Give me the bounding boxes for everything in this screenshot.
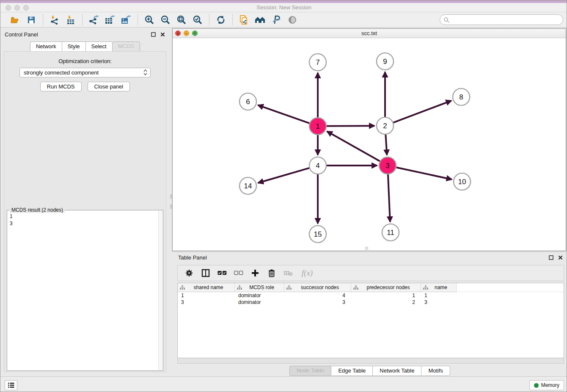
graph-node-label: 9 bbox=[383, 58, 387, 66]
graph-node-label: 1 bbox=[316, 122, 319, 130]
graph-edge-3-10[interactable] bbox=[396, 167, 452, 179]
tab-edge-table[interactable]: Edge Table bbox=[331, 366, 372, 376]
network-frame-titlebar[interactable]: x – + scc.txt bbox=[173, 29, 566, 38]
node-table[interactable]: shared nameMCDS rolesuccessor nodesprede… bbox=[177, 283, 564, 358]
graph-node-3[interactable]: 3 bbox=[379, 157, 396, 174]
graph-edge-1-6[interactable] bbox=[258, 105, 310, 123]
table-panel-title: Table Panel bbox=[178, 254, 207, 261]
graph-node-11[interactable]: 11 bbox=[382, 224, 399, 241]
tab-style[interactable]: Style bbox=[62, 41, 85, 52]
export-table-button[interactable] bbox=[105, 14, 116, 25]
open-session-button[interactable] bbox=[10, 14, 21, 25]
frame-resize-grip[interactable] bbox=[365, 247, 368, 250]
table-cell[interactable]: 3 bbox=[284, 299, 351, 306]
graph-node-4[interactable]: 4 bbox=[309, 157, 326, 174]
graph-node-14[interactable]: 14 bbox=[239, 177, 256, 194]
table-cell[interactable]: 1 bbox=[351, 292, 421, 299]
refresh-view-button[interactable] bbox=[215, 14, 226, 25]
network-canvas[interactable]: 7968124314101511 bbox=[173, 38, 566, 251]
run-mcds-button[interactable]: Run MCDS bbox=[40, 82, 82, 91]
close-panel-button[interactable]: Close panel bbox=[88, 82, 130, 91]
delete-table-button[interactable] bbox=[284, 268, 293, 278]
graph-node-label: 8 bbox=[459, 93, 463, 101]
table-settings-button[interactable] bbox=[184, 268, 194, 278]
delete-columns-button[interactable] bbox=[267, 268, 276, 278]
graph-node-label: 10 bbox=[458, 178, 466, 186]
clone-network-button[interactable] bbox=[239, 14, 250, 25]
graph-node-7[interactable]: 7 bbox=[309, 54, 326, 71]
export-image-button[interactable] bbox=[121, 14, 132, 25]
column-header-MCDS-role[interactable]: MCDS role bbox=[235, 283, 284, 292]
graph-edge-2-3[interactable] bbox=[385, 134, 387, 155]
float-panel-icon[interactable] bbox=[151, 32, 156, 37]
graph-node-label: 14 bbox=[244, 182, 252, 190]
task-history-button[interactable] bbox=[5, 380, 17, 390]
mcds-result-line: 1 bbox=[10, 213, 155, 220]
table-cell[interactable]: 4 bbox=[284, 292, 351, 299]
zoom-selected-button[interactable] bbox=[192, 14, 203, 25]
close-panel-icon[interactable] bbox=[160, 32, 165, 37]
graph-edge-3-11[interactable] bbox=[388, 174, 390, 222]
graph-edge-3-1[interactable] bbox=[327, 131, 380, 161]
first-neighbors-button[interactable] bbox=[255, 14, 266, 25]
table-cell[interactable]: 3 bbox=[178, 299, 235, 306]
import-table-button[interactable] bbox=[65, 14, 76, 25]
tab-node-table[interactable]: Node Table bbox=[289, 366, 331, 376]
table-cell[interactable]: dominator bbox=[235, 292, 284, 299]
graph-node-15[interactable]: 15 bbox=[309, 226, 326, 243]
column-header-successor-nodes[interactable]: successor nodes bbox=[284, 283, 351, 292]
table-row[interactable]: 3dominator323 bbox=[178, 299, 564, 306]
graph-node-9[interactable]: 9 bbox=[377, 53, 394, 70]
close-table-panel-icon[interactable] bbox=[558, 255, 563, 260]
table-cell[interactable]: 2 bbox=[351, 299, 421, 306]
float-table-panel-icon[interactable] bbox=[548, 255, 554, 260]
tab-network[interactable]: Network bbox=[30, 41, 62, 52]
tab-motifs[interactable]: Motifs bbox=[421, 366, 450, 376]
show-graphics-details-button[interactable] bbox=[287, 14, 298, 25]
search-input[interactable] bbox=[449, 16, 563, 24]
deselect-all-rows-button[interactable] bbox=[234, 268, 243, 278]
tab-select[interactable]: Select bbox=[85, 41, 112, 52]
save-session-button[interactable] bbox=[26, 14, 37, 25]
zoom-out-button[interactable] bbox=[160, 14, 171, 25]
table-hscrollbar[interactable] bbox=[177, 358, 564, 364]
graph-node-6[interactable]: 6 bbox=[239, 93, 256, 110]
export-table-icon bbox=[105, 15, 116, 25]
column-header-shared-name[interactable]: shared name bbox=[178, 283, 235, 292]
column-header-name[interactable]: name bbox=[421, 283, 457, 292]
table-cell[interactable]: dominator bbox=[235, 299, 284, 306]
network-graph[interactable]: 7968124314101511 bbox=[173, 38, 566, 251]
column-layout-button[interactable] bbox=[201, 268, 210, 278]
table-row[interactable]: 1dominator411 bbox=[178, 292, 564, 299]
apply-style-button[interactable] bbox=[271, 14, 282, 25]
export-network-button[interactable] bbox=[88, 14, 99, 25]
graph-node-8[interactable]: 8 bbox=[453, 88, 470, 105]
memory-button[interactable]: Memory bbox=[529, 380, 564, 390]
add-column-button[interactable] bbox=[250, 268, 260, 278]
table-cell[interactable]: 3 bbox=[421, 299, 457, 306]
graph-edge-4-14[interactable] bbox=[258, 168, 310, 183]
graph-edge-2-8[interactable] bbox=[393, 101, 451, 123]
table-tabs: Node Table Edge Table Network Table Moti… bbox=[172, 366, 567, 376]
table-cell[interactable]: 1 bbox=[178, 292, 235, 299]
tab-network-table[interactable]: Network Table bbox=[372, 366, 421, 376]
graph-node-label: 7 bbox=[316, 58, 319, 66]
hierarchy-icon bbox=[423, 285, 428, 290]
network-frame: x – + scc.txt 7968124314101511 bbox=[172, 28, 566, 251]
zoom-fit-button[interactable] bbox=[176, 14, 187, 25]
list-icon bbox=[8, 382, 14, 388]
graph-node-10[interactable]: 10 bbox=[454, 173, 471, 190]
result-scrollbar[interactable] bbox=[158, 211, 163, 370]
column-header-predecessor-nodes[interactable]: predecessor nodes bbox=[351, 283, 421, 292]
select-all-rows-button[interactable] bbox=[217, 268, 227, 278]
import-network-button[interactable] bbox=[49, 14, 60, 25]
tab-mcds[interactable]: MCDS bbox=[112, 41, 140, 52]
apply-function-button[interactable]: f(x) bbox=[300, 268, 314, 278]
graph-node-2[interactable]: 2 bbox=[377, 117, 394, 134]
zoom-in-button[interactable] bbox=[144, 14, 155, 25]
graph-edge-1-2[interactable] bbox=[326, 126, 374, 126]
graph-node-1[interactable]: 1 bbox=[309, 118, 326, 135]
control-panel-tabs: Network Style Select MCDS bbox=[0, 41, 170, 52]
criterion-select[interactable]: strongly connected component bbox=[19, 68, 151, 77]
table-cell[interactable]: 1 bbox=[421, 292, 457, 299]
